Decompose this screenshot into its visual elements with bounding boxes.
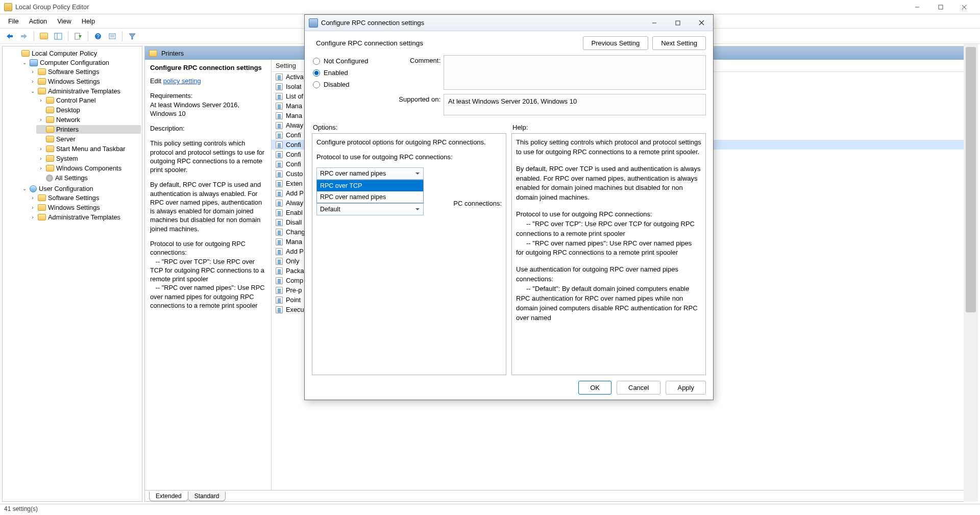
minimize-button[interactable]: [905, 0, 929, 14]
tree-item[interactable]: ›System: [36, 154, 141, 163]
tree-label: Control Panel: [56, 96, 96, 104]
folder-icon: [38, 78, 46, 85]
apply-button[interactable]: Apply: [666, 381, 706, 395]
help-box[interactable]: This policy setting controls which proto…: [511, 133, 706, 375]
svg-rect-12: [109, 34, 115, 39]
tree-item[interactable]: All Settings: [36, 174, 141, 182]
setting-name: Isolat: [286, 83, 302, 90]
auth-combo-value[interactable]: Default: [316, 203, 424, 215]
policy-icon: [276, 229, 283, 236]
help-button[interactable]: ?: [91, 30, 105, 42]
properties-button[interactable]: [106, 30, 119, 42]
tree-icon: [54, 33, 62, 40]
tree-item[interactable]: ⌄Administrative Templates: [28, 87, 141, 95]
setting-name: Mana: [286, 238, 302, 246]
tree-label: Software Settings: [48, 194, 99, 202]
protocol-combo[interactable]: RPC over named pipes RPC over TCP RPC ov…: [316, 167, 424, 180]
tree-label: Computer Configuration: [40, 59, 109, 66]
help-text: Protocol to use for outgoing RPC connect…: [516, 210, 652, 218]
dialog-footer: OK Cancel Apply: [305, 375, 713, 400]
edit-policy-link[interactable]: policy setting: [163, 77, 201, 85]
combo-option[interactable]: RPC over TCP: [317, 180, 423, 191]
options-intro: Configure protocol options for outgoing …: [316, 138, 502, 148]
close-button[interactable]: [952, 0, 976, 14]
folder-icon: [38, 214, 46, 220]
tree-item-printers[interactable]: Printers: [36, 125, 141, 134]
scrollbar-thumb[interactable]: [966, 47, 976, 312]
window-scrollbar[interactable]: [964, 44, 978, 502]
tree-item[interactable]: Desktop: [36, 106, 141, 114]
cancel-button[interactable]: Cancel: [617, 381, 660, 395]
menu-view[interactable]: View: [52, 16, 77, 27]
svg-marker-5: [21, 34, 27, 39]
folder-up-icon: [40, 33, 48, 39]
setting-name: Confi: [286, 141, 301, 149]
forward-button[interactable]: [17, 30, 31, 42]
tree-item[interactable]: ›Software Settings: [28, 67, 141, 76]
tree-user-configuration[interactable]: ⌄User Configuration: [20, 184, 141, 193]
tree-item[interactable]: ›Windows Components: [36, 164, 141, 173]
app-icon: [4, 3, 12, 11]
tree-computer-configuration[interactable]: ⌄Computer Configuration: [20, 58, 141, 67]
dialog-close-button[interactable]: [690, 15, 713, 31]
tree-pane[interactable]: Local Computer Policy ⌄Computer Configur…: [2, 46, 142, 502]
setting-name: Alway: [286, 199, 303, 207]
options-label: Options:: [312, 121, 506, 133]
next-setting-button[interactable]: Next Setting: [652, 36, 706, 50]
comment-input[interactable]: [444, 55, 706, 90]
tab-extended[interactable]: Extended: [149, 492, 188, 501]
tree-item[interactable]: Server: [36, 135, 141, 143]
show-hide-tree-button[interactable]: [52, 30, 65, 42]
policy-icon: [276, 306, 283, 313]
tree-item[interactable]: ›Windows Settings: [28, 203, 141, 212]
tree-item[interactable]: ›Control Panel: [36, 96, 141, 105]
tree-item[interactable]: ›Network: [36, 115, 141, 124]
radio-enabled[interactable]: Enabled: [312, 67, 383, 79]
category-title: Printers: [161, 50, 184, 57]
dialog-minimize-button[interactable]: [643, 15, 666, 31]
description-text-3b: -- "RPC over named pipes": Use RPC over …: [150, 284, 265, 309]
dialog-maximize-button[interactable]: [666, 15, 690, 31]
protocol-combo-value[interactable]: RPC over named pipes: [316, 167, 424, 180]
radio-disabled[interactable]: Disabled: [312, 79, 383, 90]
filter-button[interactable]: [126, 30, 139, 42]
tree-item[interactable]: ›Windows Settings: [28, 77, 141, 86]
gear-icon: [46, 175, 53, 182]
computer-icon: [30, 59, 38, 66]
description-text-3: Protocol to use for outgoing RPC connect…: [150, 240, 246, 256]
radio-not-configured[interactable]: Not Configured: [312, 55, 383, 67]
tree-label: All Settings: [55, 174, 88, 182]
tree-label: Network: [56, 116, 80, 124]
svg-marker-15: [129, 34, 135, 39]
combo-option[interactable]: RPC over named pipes: [317, 191, 423, 203]
tree-item[interactable]: ›Administrative Templates: [28, 213, 141, 222]
tree-root[interactable]: Local Computer Policy: [12, 49, 141, 58]
setting-name: Add P: [286, 189, 304, 197]
main-titlebar: Local Group Policy Editor: [0, 0, 980, 14]
setting-name: Execu: [286, 306, 304, 313]
close-icon: [962, 5, 967, 10]
menu-action[interactable]: Action: [24, 16, 53, 27]
menu-file[interactable]: File: [3, 16, 24, 27]
maximize-button[interactable]: [929, 0, 952, 14]
export-button[interactable]: [71, 30, 85, 42]
folder-icon: [46, 126, 54, 133]
ok-button[interactable]: OK: [578, 381, 611, 395]
description-text-1: This policy setting controls which proto…: [150, 139, 266, 174]
maximize-icon: [938, 5, 943, 10]
requirements-label: Requirements:: [150, 92, 192, 100]
dialog-titlebar[interactable]: Configure RPC connection settings: [305, 15, 713, 31]
policy-icon: [276, 141, 283, 149]
tree-item[interactable]: ›Start Menu and Taskbar: [36, 144, 141, 153]
description-column[interactable]: Configure RPC connection settings Edit p…: [145, 60, 272, 490]
previous-setting-button[interactable]: Previous Setting: [583, 36, 649, 50]
up-button[interactable]: [37, 30, 51, 42]
dialog-heading: Configure RPC connection settings: [316, 39, 579, 47]
tree-label: Windows Settings: [48, 204, 100, 211]
auth-combo[interactable]: Default: [316, 203, 424, 215]
back-button[interactable]: [3, 30, 16, 42]
folder-icon: [46, 116, 54, 123]
tab-standard[interactable]: Standard: [188, 492, 226, 501]
menu-help[interactable]: Help: [77, 16, 100, 27]
tree-item[interactable]: ›Software Settings: [28, 193, 141, 202]
